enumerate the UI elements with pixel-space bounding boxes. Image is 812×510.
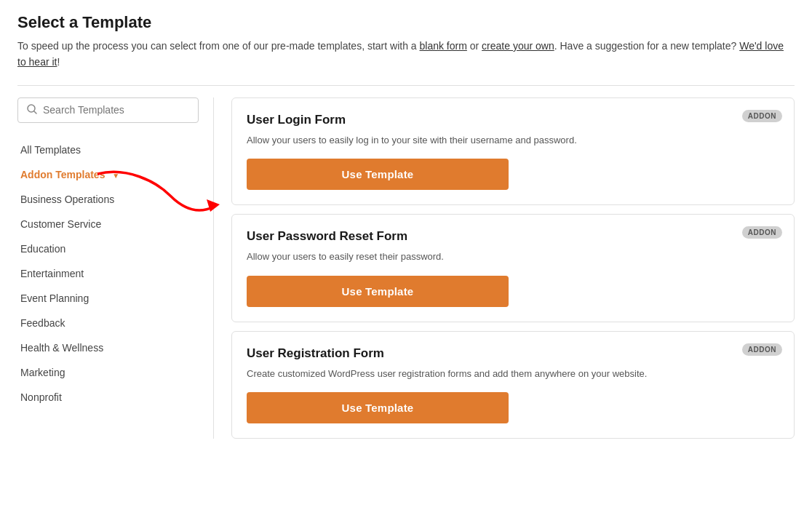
template-title: User Password Reset Form (247, 229, 779, 244)
sidebar-item-all-templates[interactable]: All Templates (17, 138, 199, 162)
sidebar-item-education[interactable]: Education (17, 236, 199, 261)
search-box[interactable] (17, 97, 199, 123)
page-wrapper: Select a Template To speed up the proces… (0, 0, 812, 510)
template-title: User Login Form (247, 113, 779, 127)
sidebar-item-customer-service[interactable]: Customer Service (17, 212, 199, 236)
addon-badge: ADDON (742, 343, 782, 356)
sidebar-item-entertainment[interactable]: Entertainment (17, 261, 199, 286)
page-description: To speed up the process you can select f… (17, 38, 795, 71)
create-own-link[interactable]: create your own (482, 40, 554, 52)
sidebar: All Templates Addon Templates ▼ Business… (17, 97, 214, 439)
template-card-user-login: ADDON User Login Form Allow your users t… (231, 97, 795, 206)
template-title: User Registration Form (247, 346, 779, 361)
sidebar-item-business-operations[interactable]: Business Operations (17, 187, 199, 212)
main-layout: All Templates Addon Templates ▼ Business… (17, 97, 795, 439)
addon-badge: ADDON (742, 226, 782, 239)
search-icon (27, 104, 37, 116)
search-input[interactable] (43, 104, 189, 116)
template-card-user-registration: ADDON User Registration Form Create cust… (231, 331, 795, 439)
svg-line-1 (34, 111, 36, 113)
sidebar-item-addon-templates[interactable]: Addon Templates ▼ (17, 162, 199, 187)
divider (17, 85, 795, 86)
use-template-button-registration[interactable]: Use Template (247, 392, 509, 423)
sidebar-item-event-planning[interactable]: Event Planning (17, 286, 199, 311)
content-area: ADDON User Login Form Allow your users t… (214, 97, 795, 439)
use-template-button-login[interactable]: Use Template (247, 159, 509, 190)
template-description: Create customized WordPress user registr… (247, 367, 779, 381)
sidebar-nav: All Templates Addon Templates ▼ Business… (17, 138, 199, 410)
template-card-user-password-reset: ADDON User Password Reset Form Allow you… (231, 214, 795, 322)
addon-badge: ADDON (742, 110, 782, 122)
template-description: Allow your users to easily reset their p… (247, 250, 779, 264)
sidebar-item-health-wellness[interactable]: Health & Wellness (17, 335, 199, 360)
sidebar-item-nonprofit[interactable]: Nonprofit (17, 385, 199, 410)
sidebar-item-marketing[interactable]: Marketing (17, 360, 199, 385)
use-template-button-password-reset[interactable]: Use Template (247, 276, 509, 307)
sidebar-item-feedback[interactable]: Feedback (17, 311, 199, 335)
blank-form-link[interactable]: blank form (420, 40, 467, 52)
chevron-down-icon: ▼ (112, 172, 119, 180)
template-description: Allow your users to easily log in to you… (247, 133, 779, 148)
page-title: Select a Template (17, 13, 795, 32)
